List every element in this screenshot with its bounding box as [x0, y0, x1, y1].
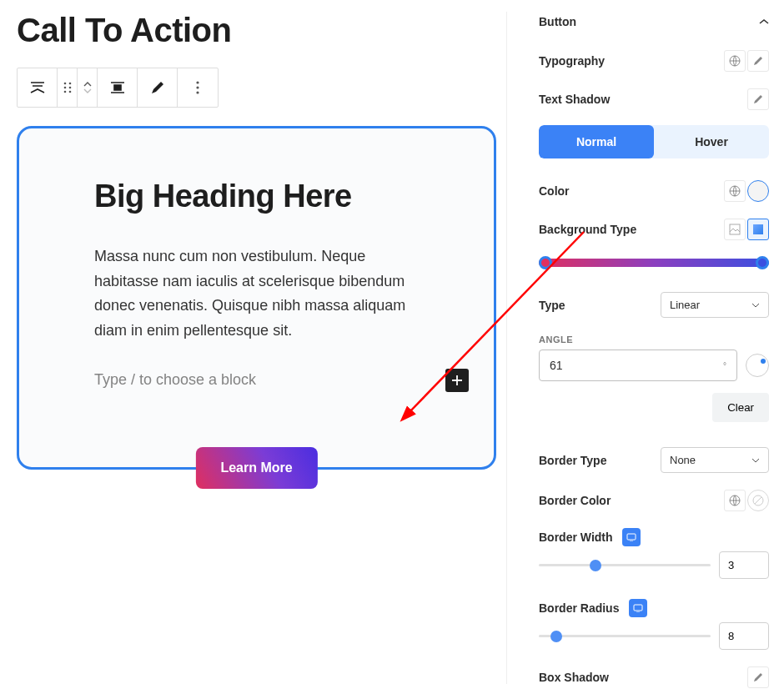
cta-heading[interactable]: Big Heading Here: [94, 179, 419, 214]
more-options-icon[interactable]: [178, 68, 218, 107]
border-width-slider[interactable]: [539, 564, 711, 566]
pencil-icon[interactable]: [747, 666, 769, 688]
degree-unit: °: [723, 361, 726, 370]
select-value: Linear: [670, 299, 700, 311]
bg-type-label: Background Type: [539, 223, 636, 236]
drag-handle-icon[interactable]: [58, 68, 78, 107]
color-swatch[interactable]: [747, 180, 769, 202]
edit-icon[interactable]: [138, 68, 178, 107]
svg-rect-12: [730, 224, 740, 234]
tab-normal[interactable]: Normal: [539, 125, 654, 158]
angle-dial[interactable]: [746, 354, 769, 377]
clear-button[interactable]: Clear: [712, 393, 769, 422]
angle-input[interactable]: 61 °: [539, 350, 737, 381]
border-width-label: Border Width: [539, 528, 641, 546]
border-radius-label: Border Radius: [539, 599, 647, 617]
svg-point-9: [196, 91, 199, 93]
chevron-up-icon: [759, 18, 769, 25]
placeholder-text: Type / to choose a block: [94, 371, 256, 389]
box-shadow-label: Box Shadow: [539, 671, 609, 684]
tab-hover[interactable]: Hover: [654, 125, 769, 158]
border-type-label: Border Type: [539, 454, 606, 467]
svg-point-3: [68, 87, 71, 89]
block-type-icon[interactable]: [18, 68, 58, 107]
learn-more-button[interactable]: Learn More: [195, 447, 317, 489]
border-width-input[interactable]: [719, 551, 769, 579]
pencil-icon[interactable]: [747, 88, 769, 110]
gradient-picker[interactable]: [539, 259, 769, 267]
angle-label: ANGLE: [539, 334, 769, 344]
svg-rect-13: [753, 224, 763, 234]
color-label: Color: [539, 184, 570, 198]
block-inserter-placeholder[interactable]: Type / to choose a block: [94, 369, 419, 392]
type-label: Type: [539, 299, 565, 312]
globe-icon[interactable]: [724, 490, 746, 511]
section-title: Button: [539, 15, 576, 28]
svg-point-2: [63, 87, 66, 89]
gradient-stop-start[interactable]: [539, 256, 552, 269]
cta-block[interactable]: Big Heading Here Massa nunc cum non vest…: [17, 126, 496, 470]
svg-point-0: [63, 83, 66, 85]
state-tabs: Normal Hover: [539, 125, 769, 158]
no-color-icon[interactable]: [747, 490, 769, 511]
border-color-label: Border Color: [539, 494, 611, 507]
border-type-select[interactable]: None: [661, 447, 769, 473]
svg-point-4: [63, 91, 66, 93]
align-icon[interactable]: [98, 68, 138, 107]
page-title: Call To Action: [17, 12, 496, 49]
svg-rect-16: [627, 534, 636, 540]
pencil-icon[interactable]: [747, 50, 769, 72]
responsive-icon[interactable]: [622, 528, 641, 546]
gradient-bg-icon[interactable]: [747, 219, 769, 240]
svg-point-1: [68, 83, 71, 85]
chevron-down-icon: [751, 458, 760, 463]
style-sidebar: Button Typography Text Shadow Normal Hov…: [524, 0, 784, 689]
block-toolbar: [17, 68, 219, 108]
move-up-down[interactable]: [78, 68, 98, 107]
typography-label: Typography: [539, 54, 605, 68]
text-shadow-label: Text Shadow: [539, 93, 610, 106]
chevron-down-icon: [751, 303, 760, 308]
classic-bg-icon[interactable]: [724, 219, 746, 240]
select-value: None: [670, 454, 696, 466]
gradient-stop-end[interactable]: [756, 256, 769, 269]
add-block-button[interactable]: [445, 369, 469, 392]
section-button-toggle[interactable]: Button: [539, 8, 769, 42]
svg-rect-17: [634, 605, 642, 611]
globe-icon[interactable]: [724, 50, 746, 72]
globe-icon[interactable]: [724, 180, 746, 202]
border-radius-input[interactable]: [719, 622, 769, 650]
svg-point-7: [196, 81, 199, 83]
svg-rect-6: [114, 85, 121, 90]
responsive-icon[interactable]: [629, 599, 647, 617]
gradient-type-select[interactable]: Linear: [661, 292, 769, 318]
svg-point-8: [196, 86, 199, 88]
svg-point-5: [68, 91, 71, 93]
border-radius-slider[interactable]: [539, 635, 711, 637]
angle-value: 61: [550, 359, 563, 372]
cta-body-text[interactable]: Massa nunc cum non vestibulum. Neque hab…: [94, 244, 419, 344]
